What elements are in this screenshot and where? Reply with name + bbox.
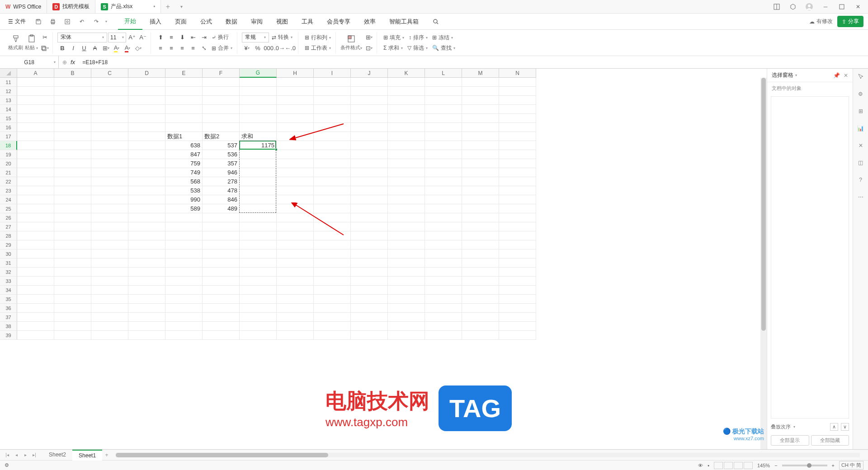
increase-font-icon[interactable]: A⁺ (127, 33, 137, 42)
font-name-select[interactable]: 宋体▾ (57, 33, 107, 42)
cell-N22[interactable] (499, 177, 536, 186)
cell-J25[interactable] (351, 204, 388, 213)
row-header-22[interactable]: 22 (0, 177, 17, 186)
settings-tool-icon[interactable]: ⚙ (856, 89, 865, 99)
cell-B27[interactable] (54, 222, 91, 231)
filter-button[interactable]: ▽ 筛选▾ (406, 43, 429, 53)
cell-L35[interactable] (425, 295, 462, 304)
cell-E31[interactable] (165, 258, 203, 268)
cell-A30[interactable] (17, 249, 54, 258)
row-header-30[interactable]: 30 (0, 249, 17, 258)
cell-K21[interactable] (388, 168, 425, 177)
print-preview-icon[interactable] (62, 16, 73, 27)
pin-icon[interactable]: 📌 (833, 72, 840, 79)
cell-J20[interactable] (351, 159, 388, 168)
cell-N18[interactable] (499, 141, 536, 150)
cell-K13[interactable] (388, 96, 425, 105)
name-box[interactable]: G18 ▾ (0, 56, 59, 68)
cell-C29[interactable] (91, 240, 128, 249)
redo-icon[interactable]: ↷ (91, 16, 102, 27)
comma-icon[interactable]: 000 (264, 43, 274, 53)
column-header-N[interactable]: N (499, 69, 536, 78)
cell-J11[interactable] (351, 78, 388, 87)
cell-K28[interactable] (388, 231, 425, 240)
row-header-36[interactable]: 36 (0, 304, 17, 313)
cell-D18[interactable] (128, 141, 165, 150)
percent-icon[interactable]: % (253, 43, 263, 53)
row-header-37[interactable]: 37 (0, 313, 17, 322)
horizontal-scrollbar[interactable] (116, 453, 860, 457)
cell-C26[interactable] (91, 213, 128, 222)
cell-N26[interactable] (499, 213, 536, 222)
cell-L26[interactable] (425, 213, 462, 222)
orientation-icon[interactable]: ⤡ (199, 43, 209, 53)
cell-J17[interactable] (351, 132, 388, 141)
share-button[interactable]: ⇪ 分享 (837, 16, 863, 27)
cell-M39[interactable] (462, 331, 499, 340)
cell-B19[interactable] (54, 150, 91, 159)
cell-A13[interactable] (17, 96, 54, 105)
cell-M15[interactable] (462, 114, 499, 123)
cell-H38[interactable] (277, 322, 314, 331)
cell-L37[interactable] (425, 313, 462, 322)
cell-A35[interactable] (17, 295, 54, 304)
row-header-33[interactable]: 33 (0, 277, 17, 286)
cell-F25[interactable]: 489 (203, 204, 240, 213)
cell-K36[interactable] (388, 304, 425, 313)
layout-icon[interactable] (772, 2, 781, 11)
cell-M11[interactable] (462, 78, 499, 87)
cell-L25[interactable] (425, 204, 462, 213)
cell-I34[interactable] (314, 286, 351, 295)
cell-E18[interactable]: 638 (165, 141, 203, 150)
format-painter-button[interactable]: 格式刷 (8, 34, 23, 51)
cell-B26[interactable] (54, 213, 91, 222)
cell-N36[interactable] (499, 304, 536, 313)
wrap-button[interactable]: ⤶ 换行 (210, 33, 231, 42)
save-icon[interactable] (33, 16, 44, 27)
cell-J30[interactable] (351, 249, 388, 258)
cell-D15[interactable] (128, 114, 165, 123)
cell-F24[interactable]: 846 (203, 195, 240, 204)
file-menu[interactable]: ☰ 文件 (5, 16, 29, 27)
cell-J22[interactable] (351, 177, 388, 186)
cell-D11[interactable] (128, 78, 165, 87)
cell-M36[interactable] (462, 304, 499, 313)
cell-I33[interactable] (314, 277, 351, 286)
cell-G31[interactable] (240, 258, 277, 268)
cell-D20[interactable] (128, 159, 165, 168)
cell-G19[interactable] (240, 150, 277, 159)
cell-C16[interactable] (91, 123, 128, 132)
eye-icon[interactable]: 👁 (698, 463, 703, 468)
cell-G28[interactable] (240, 231, 277, 240)
cell-B39[interactable] (54, 331, 91, 340)
cell-N11[interactable] (499, 78, 536, 87)
cell-G27[interactable] (240, 222, 277, 231)
column-header-A[interactable]: A (17, 69, 54, 78)
cell-N12[interactable] (499, 87, 536, 96)
row-header-21[interactable]: 21 (0, 168, 17, 177)
cell-H11[interactable] (277, 78, 314, 87)
sum-button[interactable]: Σ 求和▾ (382, 43, 405, 53)
cell-N33[interactable] (499, 277, 536, 286)
sheet-first-icon[interactable]: |◂ (4, 451, 11, 459)
cell-N29[interactable] (499, 240, 536, 249)
strikethrough-icon[interactable]: A (90, 43, 100, 53)
tab-review[interactable]: 审阅 (245, 14, 269, 29)
cell-F18[interactable]: 537 (203, 141, 240, 150)
cell-H17[interactable] (277, 132, 314, 141)
cell-D33[interactable] (128, 277, 165, 286)
column-header-M[interactable]: M (462, 69, 499, 78)
cell-F31[interactable] (203, 258, 240, 268)
cell-N20[interactable] (499, 159, 536, 168)
decrease-font-icon[interactable]: A⁻ (138, 33, 148, 42)
cell-F34[interactable] (203, 286, 240, 295)
cell-B30[interactable] (54, 249, 91, 258)
cell-J36[interactable] (351, 304, 388, 313)
row-header-17[interactable]: 17 (0, 132, 17, 141)
cell-M28[interactable] (462, 231, 499, 240)
cell-K31[interactable] (388, 258, 425, 268)
cell-F20[interactable]: 357 (203, 159, 240, 168)
cell-B25[interactable] (54, 204, 91, 213)
row-header-19[interactable]: 19 (0, 150, 17, 159)
status-dot-icon[interactable]: • (708, 463, 709, 468)
